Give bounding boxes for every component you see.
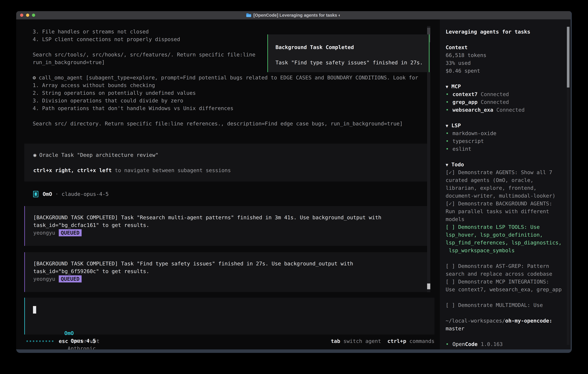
sidebar-scrollbar-thumb[interactable] [567,27,569,87]
oracle-session-icon: ◉ [33,152,36,158]
queued-badge: QUEUED [59,275,82,282]
context-spent: $0.46 spent [446,67,571,75]
todo-item: [✓] Demonstrate BACKGROUND AGENTS:Run pa… [446,200,571,223]
mcp-heading: MCP [452,83,461,89]
task-message-line2: task_id="bg_dcfac161" to get results. [33,221,428,229]
tab-key-hint: tab [331,338,340,344]
task-message-line1: [BACKGROUND TASK COMPLETED] Task "Resear… [33,214,428,221]
status-right: tabswitch agentctrl+pcommands [300,332,434,350]
mcp-server-name: context7 [452,91,477,97]
oracle-hint-line: ctrl+x right, ctrl+x left to navigate be… [33,166,428,174]
todo-line: search and replace across codebase [446,270,571,278]
todo-line: [ ] Demonstrate MULTIMODAL: Use [446,301,571,309]
context-heading: Context [446,43,571,51]
text-cursor [33,306,36,313]
version-row: • OpenCode1.0.163 [446,340,571,348]
mcp-server-status: Connected [478,91,509,97]
session-title: Leveraging agents for tasks [446,28,571,36]
task-user: yeongyu [33,230,55,236]
task-message-meta: yeongyuQUEUED [33,275,428,283]
mcp-heading-row[interactable]: ▼MCP [446,83,571,90]
workspace-branch: master [446,325,571,332]
todo-item: [ ] Demonstrate MULTIMODAL: Use [446,301,571,309]
mcp-item-list: • context7 Connected• grep_app Connected… [446,90,571,114]
version-info: • OpenCode1.0.163 [446,340,571,348]
app-version: 1.0.163 [481,341,503,347]
workspace-path-line: ~/local-workspaces/oh-my-opencode: [446,317,571,325]
tool-call-line: ⚙call_omo_agent [subagent_type=explore, … [33,74,440,82]
background-task-message-2: [BACKGROUND TASK COMPLETED] Task "Find t… [24,252,428,292]
agent-separator: · [55,191,58,197]
input-agent-row: OmO Opus 4.5 Anthropic [33,322,96,329]
todo-item: [ ] Demonstrate MCP INTEGRATIONS:Use con… [446,278,571,293]
todo-line: lsp_workspace_symbols [446,247,571,254]
chevron-down-icon: ▼ [446,162,448,167]
input-agent-name: OmO [64,330,74,336]
tool-call-item: 3. Division operations that could divide… [33,97,440,104]
queued-badge: QUEUED [59,229,82,236]
todo-heading-row[interactable]: ▼Todo [446,161,571,168]
background-task-notification[interactable]: Background Task Completed Task "Find typ… [267,34,430,72]
background-task-message-1: [BACKGROUND TASK COMPLETED] Task "Resear… [24,206,428,246]
todo-line: [✓] Demonstrate AGENTS: Show all 7 [446,168,571,176]
mcp-item: • websearch_exa Connected [446,106,571,114]
agent-checkbox-icon [33,191,38,197]
input-provider-name: Anthropic [68,345,96,352]
mcp-item: • grep_app Connected [446,98,571,106]
context-section: Context 66,518 tokens 33% used $0.46 spe… [446,43,571,75]
mcp-item: • context7 Connected [446,90,571,98]
notification-title: Background Task Completed [275,43,429,51]
task-message-line2: task_id="bg_6f59260c" to get results. [33,267,428,275]
commands-key-label: commands [410,338,434,344]
lsp-heading-row[interactable]: ▼LSP [446,122,571,129]
app-name-regular: Open [452,341,465,347]
workspace-path-prefix: ~/local-workspaces/ [446,318,505,324]
context-used: 33% used [446,59,571,67]
todo-line: [ ] Demonstrate AST-GREP: Pattern [446,262,571,270]
todo-line: lsp_find_references, lsp_diagnostics, [446,239,571,247]
bullet-icon: • [446,107,452,113]
bullet-icon: • [446,99,452,105]
opencode-window: [OpenCode] Leveraging agents for tasks ◐… [16,11,572,353]
bullet-icon: • [446,138,452,144]
mcp-server-name: websearch_exa [452,107,493,113]
prompt-input[interactable]: OmO Opus 4.5 Anthropic [24,298,434,334]
tool-call-block: ⚙call_omo_agent [subagent_type=explore, … [16,74,440,127]
mcp-server-status: Connected [478,99,509,105]
tool-call-item: 4. Path operations that don't handle Win… [33,104,440,112]
bullet-icon: • [446,130,452,136]
mcp-server-status: Connected [493,107,525,113]
todo-section: ▼Todo [✓] Demonstrate AGENTS: Show all 7… [446,161,571,309]
agent-name: OmO [43,191,52,197]
todo-line: librarian, explore, frontend, [446,184,571,192]
tool-call-item: 1. Array access without bounds checking [33,82,440,89]
input-model-name[interactable]: Opus 4.5 [71,338,96,344]
bullet-icon: • [446,341,452,347]
lsp-item: • typescript [446,137,571,145]
spinner-dot [30,341,31,342]
bullet-icon: • [446,146,452,152]
bullet-icon: • [446,91,452,97]
todo-line: [✓] Demonstrate BACKGROUND AGENTS: [446,200,571,208]
tool-call-text: call_omo_agent [subagent_type=explore, p… [39,75,418,81]
mcp-server-name: grep_app [452,99,477,105]
chevron-down-icon: ▼ [446,84,448,89]
todo-line: Use context7, websearch_exa, grep_app [446,286,571,293]
context-tokens: 66,518 tokens [446,51,571,59]
app-name-bold: Code [465,341,478,347]
todo-line: Run parallel tasks with different [446,208,571,215]
todo-line: lsp_hover, lsp_goto_definition, [446,231,571,239]
oracle-hint-text: to navigate between subagent sessions [112,167,231,173]
tool-call-last-line: Search src/ directory. Return specific f… [33,120,440,127]
chevron-down-icon: ▼ [446,123,448,128]
todo-list: [✓] Demonstrate AGENTS: Show all 7curate… [446,168,571,309]
commands-key-hint: ctrl+p [388,338,406,344]
tool-call-item: 2. String operations on potentially unde… [33,89,440,97]
workspace-info: ~/local-workspaces/oh-my-opencode: maste… [446,317,571,332]
tool-call-items: 1. Array access without bounds checking2… [16,82,440,112]
session-sidebar: Leveraging agents for tasks Context 66,5… [440,20,571,350]
lsp-item: • markdown-oxide [446,129,571,137]
main-scrollbar-thumb-bottom[interactable] [427,283,430,289]
lsp-server-name: typescript [452,138,484,144]
oracle-task-title: Oracle Task "Deep architecture review" [39,152,158,158]
